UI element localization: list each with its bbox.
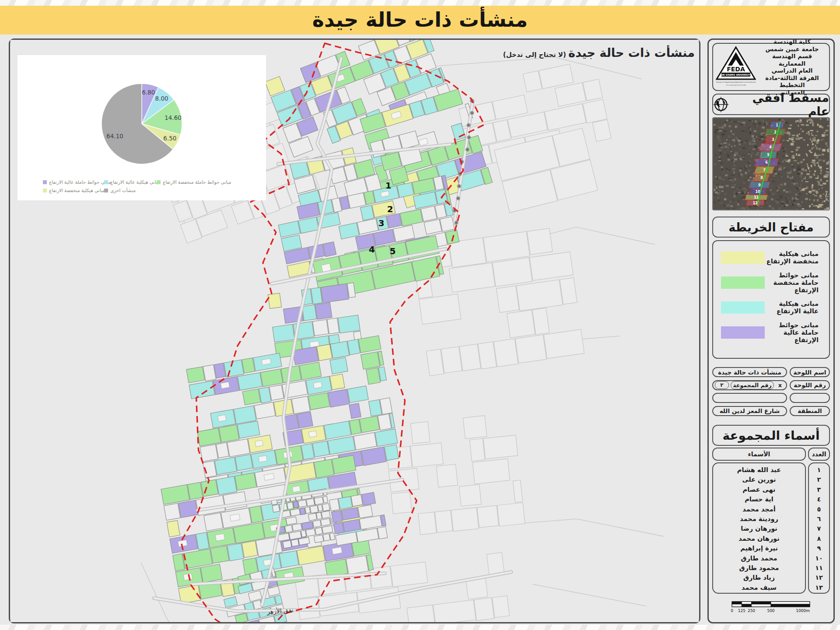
pie-chart: 6.808.0014.606.5064.10 [18, 55, 266, 200]
pie-legend-item: مباني هيكلية منخفضة الارتفاع [43, 188, 111, 193]
satellite-thumbnail: 123456789101112 [712, 117, 830, 210]
blank-label [790, 393, 830, 403]
group-number-value: ٢ [715, 381, 729, 389]
compass-globe-icon [713, 96, 729, 113]
pie-legend-swatch [157, 180, 161, 184]
form-row-blank [712, 393, 830, 403]
map-key-item: مبانى حوائط حاملة عالية الإرتفاع [721, 325, 823, 340]
satellite-sector-number: 8 [760, 176, 763, 180]
pie-value-label: 64.10 [106, 133, 123, 140]
logo-sub2-text: 7TH YEAR ARCHITECTURE [726, 84, 746, 86]
form-row-area: المنطقة شارع المعز لدين الله [712, 406, 830, 416]
university-line: قسم الهندسة المعمارية [758, 52, 826, 67]
member-number: ١١ [809, 563, 829, 573]
map-key-swatch [721, 252, 765, 264]
university-line: العام الدراسي [758, 67, 826, 74]
pie-legend-item: مباني حوائط حاملة منخفضة الارتفاع [157, 179, 231, 185]
map-point-label: 4 [369, 245, 375, 255]
university-text-lines: كلية الهندسةجامعة عيين شمسقسم الهندسة ال… [758, 38, 826, 96]
map-key-item: مبانى حوائط حاملة منخفضة الإرتفاع [721, 275, 823, 290]
member-number: ١٣ [809, 583, 829, 592]
scale-bar: 01252505001000m [728, 600, 815, 615]
names-header: الأسماء [712, 448, 806, 461]
names-column: عبد الله هشامنورين علىنهى عصاماية حسامأم… [712, 462, 806, 594]
satellite-sector-number: 5 [767, 153, 770, 157]
sheet-number-label: رقم اللوحة [790, 380, 830, 390]
member-name: سيف محمد [713, 583, 805, 592]
member-name: نورهان محمد [713, 534, 805, 543]
member-number: ٣ [809, 485, 829, 494]
pie-legend-column: مباني هيكلية عالية الارتفاعمنشأت اخرى [104, 179, 160, 193]
pie-chart-card: 6.808.0014.606.5064.10 مباني حوائط حاملة… [18, 55, 266, 200]
map-subtitle-note: (لا تحتاج إلى تدخل) [503, 51, 566, 59]
university-line: كلية الهندسة [758, 38, 826, 46]
map-key-title-box: مفتاح الخريطة [712, 217, 830, 238]
pie-legend-label: مباني حوائط حاملة عالية الارتفاع [49, 179, 111, 185]
map-key-label: مبانى هيكلية عالية الارتفاع [765, 300, 823, 315]
university-info-box: FEDA AIN SHAMS UNIVERSITY Faculty of Eng… [712, 43, 830, 91]
logo-sub1-text: Faculty of Engineering Department of Arc… [716, 81, 756, 83]
member-name: زياد طارق [713, 573, 805, 582]
map-key-title: مفتاح الخريطة [728, 220, 814, 234]
scalebar-label: 1000m [796, 609, 810, 613]
pie-legend-swatch [104, 180, 108, 184]
sheet-number-value: ٢ رقم المجموعة x [712, 380, 787, 390]
member-name: رودينة محمد [713, 514, 805, 524]
member-name: نيرة إبراهيم [713, 543, 805, 553]
form-row-number: رقم اللوحة ٢ رقم المجموعة x [712, 380, 830, 390]
projection-title-box: مسقط افقي عام [712, 94, 830, 115]
area-label: المنطقة [790, 406, 830, 416]
map-point-label: 1 [385, 181, 392, 191]
map-point-label: 3 [378, 218, 385, 228]
member-name: عبد الله هشام [713, 465, 805, 475]
pie-value-label: 8.00 [155, 95, 168, 102]
group-names-title: أسماء المجموعة [723, 428, 820, 443]
map-key-label: مبانى حوائط حاملة عالية الإرتفاع [765, 322, 823, 344]
group-names-title-box: أسماء المجموعة [712, 425, 830, 446]
scalebar-label: 250 [747, 609, 755, 613]
member-number: ٨ [809, 534, 829, 543]
sheet-name-value: منشأت ذات حالة جيدة [712, 367, 787, 377]
map-key-label: مبانى هيكلية منخفضة الإرتفاع [765, 250, 823, 265]
member-name: نورين على [713, 475, 805, 484]
pie-legend-swatch [104, 189, 108, 192]
pie-legend-item: مباني هيكلية عالية الارتفاع [104, 179, 160, 185]
satellite-sector-number: 2 [774, 130, 777, 134]
university-line: الفرقة الثالثة-مادة التخطيط [758, 74, 826, 89]
page-title: منشأت ذات حالة جيدة [0, 6, 840, 34]
pie-value-label: 14.60 [164, 114, 182, 121]
member-number: ٦ [809, 514, 829, 524]
map-point-label: 5 [390, 246, 396, 256]
map-subtitle-bold: منشأت ذات حالة جيدة [568, 46, 695, 60]
map-key-item: مبانى هيكلية منخفضة الإرتفاع [721, 250, 823, 265]
satellite-sector-number: 9 [758, 183, 761, 187]
map-key-swatch [721, 301, 765, 314]
satellite-sector-number: 4 [769, 145, 772, 149]
university-line: جامعة عيين شمس [758, 46, 826, 53]
pie-legend-label: مباني حوائط حاملة منخفضة الارتفاع [163, 179, 231, 185]
map-point-label: 2 [387, 204, 393, 214]
map-key-label: مبانى حوائط حاملة منخفضة الإرتفاع [765, 272, 823, 294]
map-panel: 12345نفق الأزهر منشأت ذات حالة جيدة (لا … [9, 38, 700, 623]
map-key-swatch [721, 276, 765, 289]
sheet-form: اسم اللوحة منشأت ذات حالة جيدة رقم اللوح… [712, 367, 830, 421]
pie-value-label: 6.50 [163, 135, 176, 142]
logo-feda-text: FEDA [727, 66, 745, 73]
satellite-sector-number: 1 [776, 123, 778, 127]
pie-legend-swatch [43, 180, 47, 184]
map-key-box: مبانى هيكلية منخفضة الإرتفاعمبانى حوائط … [712, 240, 830, 359]
satellite-image: 123456789101112 [713, 118, 830, 210]
map-key-swatch [721, 326, 765, 339]
bottom-texture-strip [0, 625, 840, 630]
satellite-sector-number: 6 [765, 161, 768, 164]
pie-legend-column: مباني حوائط حاملة عالية الارتفاعمباني هي… [43, 179, 111, 193]
count-header: العدد [808, 448, 830, 461]
feda-logo: FEDA AIN SHAMS UNIVERSITY Faculty of Eng… [716, 46, 756, 88]
member-name: نهى عصام [713, 485, 805, 494]
pie-legend-item: مباني حوائط حاملة عالية الارتفاع [43, 179, 111, 185]
sheet-number-x: x [776, 382, 784, 388]
map-key-item: مبانى هيكلية عالية الارتفاع [721, 300, 823, 315]
pie-value-label: 6.80 [142, 89, 155, 96]
member-name: أمجد محمد [713, 504, 805, 514]
member-number: ١ [809, 465, 829, 475]
